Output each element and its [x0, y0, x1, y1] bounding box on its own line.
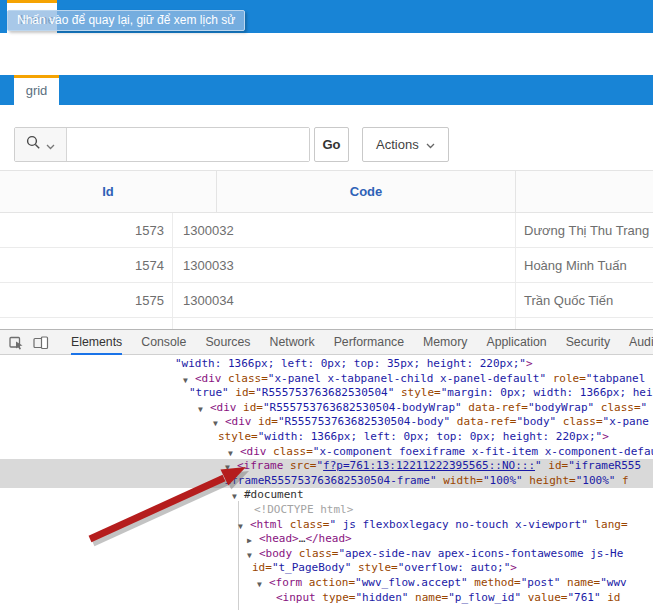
code-token: "overflow: auto;": [398, 561, 511, 574]
search-input[interactable]: [67, 128, 309, 161]
code-token: action=: [302, 576, 355, 589]
search-options-button[interactable]: [15, 128, 67, 161]
code-token: data-ref=: [450, 415, 516, 428]
column-header-id[interactable]: Id: [0, 171, 216, 212]
actions-button-label: Actions: [376, 137, 419, 152]
code-token: id: [601, 591, 621, 604]
table-row[interactable]: 1573 1300032 Dương Thị Thu Trang: [0, 213, 653, 248]
code-line[interactable]: ▼<form action="wwv_flow.accept" method="…: [0, 576, 653, 591]
code-token: <input: [276, 591, 316, 604]
code-token: width=: [437, 474, 483, 487]
devtools-tab-performance[interactable]: Performance: [334, 330, 404, 355]
column-header-name[interactable]: [515, 171, 653, 212]
code-token: "R555753763682530504": [255, 386, 394, 399]
code-line[interactable]: ▼<div id="R555753763682530504-bodyWrap" …: [0, 401, 653, 416]
code-line[interactable]: "width: 1366px; left: 0px; top: 35px; he…: [0, 357, 653, 372]
cell-code[interactable]: 1300032: [172, 213, 515, 247]
code-line[interactable]: id="t_PageBody" style="overflow: auto;">: [0, 561, 653, 576]
devtools-tab-console[interactable]: Console: [141, 330, 186, 355]
code-token: <div: [225, 415, 252, 428]
cell-code[interactable]: 1300033: [172, 248, 515, 282]
code-token: class=: [292, 547, 338, 560]
cell-id[interactable]: 1573: [0, 213, 172, 247]
code-token: "bodyWrap": [528, 401, 594, 414]
tab-grid[interactable]: grid: [14, 75, 59, 105]
cell-name[interactable]: Ngô Minh Hoàng: [515, 318, 653, 329]
code-token: "wwv: [600, 576, 627, 589]
back-button-tooltip: Nhấn vào để quay lại, giữ để xem lịch sử: [7, 10, 245, 31]
code-line[interactable]: ▼<html class=" js flexboxlegacy no-touch…: [0, 518, 653, 533]
code-token: <html: [250, 518, 283, 531]
code-token: "x-pane: [603, 415, 649, 428]
search-toolbar: Go Actions: [14, 127, 449, 162]
table-row[interactable]: 1575 1300034 Trần Quốc Tiến: [0, 283, 653, 318]
code-line[interactable]: "true" id="R555753763682530504" style="m…: [0, 386, 653, 401]
cell-code[interactable]: 1300035: [172, 318, 515, 329]
code-line[interactable]: ▼<body class="apex-side-nav apex-icons-f…: [0, 547, 653, 562]
code-line[interactable]: ▼<iframe src="f?p=761:13:12211222395565:…: [0, 459, 653, 474]
table-row[interactable]: 1574 1300033 Hoàng Minh Tuấn: [0, 248, 653, 283]
actions-button[interactable]: Actions: [362, 127, 449, 162]
code-line[interactable]: ▼<div class="x-component foexiframe x-fi…: [0, 445, 653, 460]
code-token: class=: [267, 445, 313, 458]
devtools-tab-network[interactable]: Network: [270, 330, 315, 355]
code-token: class=: [594, 401, 640, 414]
code-line[interactable]: <input type="hidden" name="p_flow_id" va…: [0, 591, 653, 606]
code-token: style=: [218, 430, 258, 443]
code-token: >: [526, 357, 533, 370]
code-token: "761": [567, 591, 600, 604]
code-token: >: [510, 561, 517, 574]
code-token: " js flexboxlegacy no-touch x-viewport": [329, 518, 587, 531]
devtools-tab-memory[interactable]: Memory: [423, 330, 467, 355]
cell-code[interactable]: 1300034: [172, 283, 515, 317]
devtools-tabs: Elements Console Sources Network Perform…: [71, 330, 653, 355]
devtools-tab-elements[interactable]: Elements: [71, 330, 122, 355]
devtools-tab-security[interactable]: Security: [566, 330, 610, 355]
code-token: id=: [237, 401, 264, 414]
code-token: ": [641, 401, 648, 414]
cell-id[interactable]: 1576: [0, 318, 172, 329]
inspect-element-icon[interactable]: [9, 334, 24, 350]
cell-name[interactable]: Hoàng Minh Tuấn: [515, 248, 653, 282]
column-header-code[interactable]: Code: [216, 171, 515, 212]
code-token: "R555753763682530504-body": [278, 415, 450, 428]
iframe-src-link[interactable]: f?p=761:13:12211222395565::NO:::: [323, 459, 535, 472]
code-token: "100%": [576, 474, 616, 487]
devtools-tab-sources[interactable]: Sources: [205, 330, 250, 355]
code-token: id=: [252, 415, 279, 428]
code-line[interactable]: ▼<div class="x-panel x-tabpanel-child x-…: [0, 372, 653, 387]
code-token: <iframe: [237, 459, 283, 472]
devtools-toolbar: Elements Console Sources Network Perform…: [0, 330, 653, 355]
code-line[interactable]: style="width: 1366px; left: 0px; top: 0p…: [0, 430, 653, 445]
device-toolbar-icon[interactable]: [33, 334, 49, 350]
cell-id[interactable]: 1574: [0, 248, 172, 282]
cell-name[interactable]: Trần Quốc Tiến: [515, 283, 653, 317]
devtools-tab-audits[interactable]: Audits: [629, 330, 653, 355]
code-token: "100%": [483, 474, 523, 487]
code-token: id=: [252, 561, 272, 574]
grid-tab-label: grid: [26, 83, 48, 98]
go-button[interactable]: Go: [314, 127, 349, 162]
code-line[interactable]: ▶<head>…</head>: [0, 532, 653, 547]
code-token: name=: [560, 576, 600, 589]
code-line[interactable]: "iframeR555753763682530504-frame" width=…: [0, 474, 653, 489]
code-token: "R555753763682530504-bodyWrap": [263, 401, 462, 414]
grid-header-row: Id Code: [0, 170, 653, 213]
code-token: "p_flow_id": [448, 591, 521, 604]
code-token: class=: [222, 372, 268, 385]
code-token: <!DOCTYPE html>: [254, 503, 353, 516]
code-line[interactable]: ▼<div id="R555753763682530504-body" data…: [0, 415, 653, 430]
browser-tab-strip: Home Nhấn vào để quay lại, giữ để xem lị…: [0, 0, 653, 33]
screen: Home Nhấn vào để quay lại, giữ để xem lị…: [0, 0, 653, 610]
devtools-panel: Elements Console Sources Network Perform…: [0, 329, 653, 610]
code-line[interactable]: ▼#document: [0, 488, 653, 503]
table-row[interactable]: 1576 1300035 Ngô Minh Hoàng: [0, 318, 653, 329]
devtools-tab-application[interactable]: Application: [486, 330, 546, 355]
code-token: "iframeR555: [568, 459, 641, 472]
chevron-down-icon: [46, 136, 55, 154]
code-line[interactable]: <!DOCTYPE html>: [0, 503, 653, 518]
cell-id[interactable]: 1575: [0, 283, 172, 317]
cell-name[interactable]: Dương Thị Thu Trang: [515, 213, 653, 247]
code-token: role=: [546, 372, 586, 385]
code-token: "width: 1366px; left: 0px; top: 35px; he…: [175, 357, 526, 370]
